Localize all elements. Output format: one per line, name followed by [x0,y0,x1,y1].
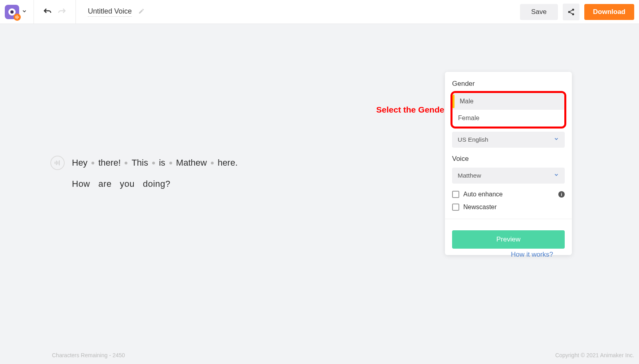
word[interactable]: you [120,179,135,189]
edit-title-icon[interactable] [138,8,145,16]
language-selected-value: US English [458,136,488,143]
save-button[interactable]: Save [520,4,558,20]
chevron-down-icon [554,172,559,179]
svg-line-6 [570,12,572,14]
word[interactable]: This [131,158,148,168]
word[interactable]: Hey [72,158,87,168]
app-logo[interactable] [5,5,19,19]
svg-point-4 [568,11,570,13]
download-button[interactable]: Download [584,4,634,20]
logo-dropdown-icon[interactable] [22,8,27,16]
word-separator-dot [152,162,155,164]
title-section: Untitled Voice [76,7,145,17]
word-separator-dot [169,162,172,164]
undo-button[interactable] [40,5,55,19]
voice-waveform-icon[interactable] [50,156,65,170]
svg-rect-0 [16,16,16,18]
voice-settings-panel: Gender Male Female US English Voice Matt… [445,72,572,255]
chars-remaining: Characters Remaining - 2450 [52,352,125,358]
main-content: Hey there! This is Mathew here. How are … [0,24,639,364]
svg-rect-8 [55,162,56,164]
how-it-works-link[interactable]: How it works? [511,251,553,259]
word-separator-dot [91,162,94,164]
voice-label: Voice [452,155,565,163]
text-editor[interactable]: Hey there! This is Mathew here. How are … [50,156,238,189]
chevron-down-icon [554,136,559,143]
undo-redo-section [34,0,76,24]
gender-label: Gender [452,80,565,88]
panel-divider [445,219,572,219]
voice-selected-value: Matthew [458,172,481,179]
word[interactable]: How [72,179,90,189]
header-bar: Untitled Voice Save Download [0,0,639,24]
instruction-annotation: Select the Gender [376,105,448,115]
undo-icon [43,7,52,17]
word[interactable]: there! [98,158,121,168]
redo-button[interactable] [55,5,69,19]
share-button[interactable] [563,4,579,20]
word[interactable]: doing? [143,179,171,189]
voice-line-1: Hey there! This is Mathew here. [50,156,238,170]
gender-option-female[interactable]: Female [452,110,564,127]
gender-selector-highlight: Male Female [450,91,566,129]
svg-point-3 [572,8,574,10]
header-actions: Save Download [520,4,634,20]
word[interactable]: Mathew [176,158,207,168]
word[interactable]: is [159,158,165,168]
svg-rect-10 [58,161,58,164]
info-icon[interactable]: i [558,191,565,198]
svg-rect-11 [59,160,60,166]
svg-point-5 [572,13,574,15]
redo-icon [57,7,67,17]
word[interactable]: here. [218,158,238,168]
word-separator-dot [125,162,127,164]
language-select[interactable]: US English [452,132,565,148]
logo-section [5,0,34,24]
svg-line-7 [570,10,572,11]
auto-enhance-label: Auto enhance [463,191,503,198]
copyright: Copyright © 2021 Animaker Inc. [555,352,634,358]
project-title[interactable]: Untitled Voice [88,7,132,17]
newscaster-row[interactable]: Newscaster [452,204,565,211]
word[interactable]: are [98,179,111,189]
svg-rect-2 [18,16,19,18]
svg-rect-9 [56,161,57,165]
word-separator-dot [211,162,214,164]
newscaster-label: Newscaster [463,204,497,211]
voice-select[interactable]: Matthew [452,168,565,184]
preview-button[interactable]: Preview [452,230,565,249]
gender-option-male[interactable]: Male [452,93,564,110]
svg-rect-1 [17,15,18,19]
auto-enhance-checkbox[interactable] [452,191,459,198]
newscaster-checkbox[interactable] [452,204,459,211]
voice-line-2[interactable]: How are you doing? [50,179,238,189]
share-icon [567,8,575,16]
auto-enhance-row[interactable]: Auto enhance i [452,191,565,198]
